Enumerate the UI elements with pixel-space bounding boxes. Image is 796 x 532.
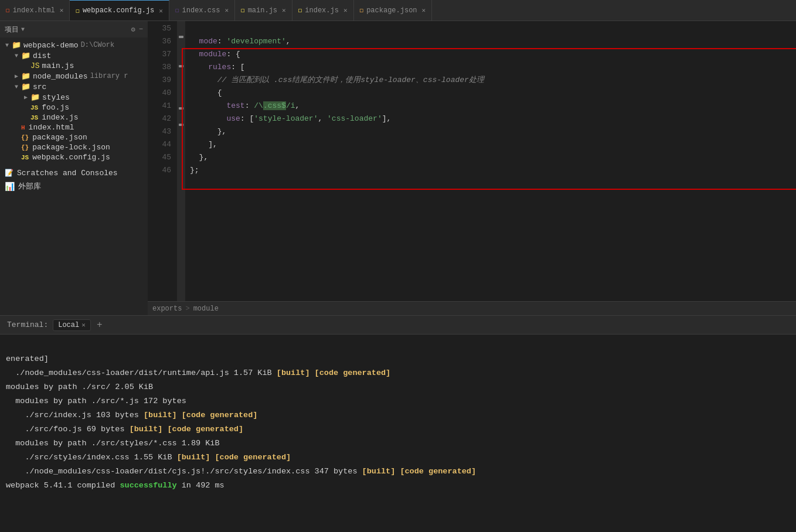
tree-label-node-modules: node_modules <box>33 72 88 81</box>
scratches-icon: 📝 <box>5 169 13 178</box>
breadcrumb-module[interactable]: module <box>193 305 219 313</box>
json-lock-file-icon-tree: {} <box>21 144 29 151</box>
js-file-icon-2: ◻ <box>241 6 245 14</box>
tree-label-src-index-js: index.js <box>42 113 78 122</box>
line-numbers: 35 36 37 38 39 40 41 42 43 44 45 46 <box>148 21 177 301</box>
sidebar-header-left: 项目 ▼ <box>5 25 25 35</box>
html-file-icon-tree: H <box>21 124 25 131</box>
terminal-area: Terminal: Local ✕ + enerated] ./node_mod… <box>0 315 796 532</box>
tab-close-package-json[interactable]: ✕ <box>422 6 426 14</box>
tab-index-css[interactable]: ◻ index.css ✕ <box>169 0 235 21</box>
tree-label-dist-main-js: main.js <box>42 62 74 70</box>
tab-close-index-html[interactable]: ✕ <box>60 6 64 14</box>
sidebar-header-icons: ⚙ − <box>131 25 143 34</box>
tab-close-webpack-config-js[interactable]: ✕ <box>159 7 163 15</box>
main-area: 项目 ▼ ⚙ − ▼ 📁 webpack-demo D:\CWork ▼ 📁 <box>0 21 796 315</box>
gutter-marker-43 <box>179 107 183 110</box>
tree-secondary-webpack-demo: D:\CWork <box>81 41 115 49</box>
html-file-icon: ◻ <box>6 6 10 14</box>
tree-label-index-html: index.html <box>29 123 74 132</box>
folder-icon-src: 📁 <box>21 82 30 91</box>
tab-label-index-css: index.css <box>182 6 220 15</box>
breadcrumb-exports[interactable]: exports <box>152 305 182 313</box>
gear-icon[interactable]: ⚙ <box>131 25 135 34</box>
terminal-tabs: Terminal: Local ✕ + <box>0 316 796 335</box>
js-file-icon-src-index: JS <box>30 114 38 121</box>
terminal-tab-local-label: Local <box>58 321 79 329</box>
folder-icon-webpack-demo: 📁 <box>12 40 21 50</box>
tab-label-main-js: main.js <box>248 6 277 15</box>
gutter-marker-39 <box>179 65 183 67</box>
tree-label-webpack-config-js: webpack.config.js <box>32 153 110 162</box>
ext-lib-label: 外部库 <box>18 181 41 192</box>
tree-item-webpack-demo[interactable]: ▼ 📁 webpack-demo D:\CWork <box>0 40 148 50</box>
project-label: 项目 <box>5 25 19 35</box>
terminal-label: Terminal: <box>5 320 50 329</box>
tree-item-src[interactable]: ▼ 📁 src <box>0 81 148 92</box>
scratches-label: Scratches and Consoles <box>17 169 118 178</box>
tree-item-dist-main-js[interactable]: JS main.js <box>0 61 148 71</box>
project-dropdown-icon[interactable]: ▼ <box>21 26 25 33</box>
editor-area: 35 36 37 38 39 40 41 42 43 44 45 46 <box>148 21 796 315</box>
breadcrumb-separator: > <box>185 305 189 313</box>
tree-arrow-src: ▼ <box>12 84 21 90</box>
tree-label-src: src <box>33 83 46 91</box>
tree-label-webpack-demo: webpack-demo <box>23 41 79 50</box>
terminal-add-button[interactable]: + <box>93 319 106 332</box>
tab-index-html[interactable]: ◻ index.html ✕ <box>0 0 70 21</box>
js-file-icon-foo: JS <box>30 104 38 111</box>
gutter-marker-45 <box>179 124 183 126</box>
tree-item-webpack-config-js[interactable]: JS webpack.config.js <box>0 152 148 162</box>
code-container[interactable]: 35 36 37 38 39 40 41 42 43 44 45 46 <box>148 21 796 301</box>
tree-item-index-html[interactable]: H index.html <box>0 122 148 132</box>
tree-item-package-lock-json[interactable]: {} package-lock.json <box>0 142 148 152</box>
tab-webpack-config-js[interactable]: ◻ webpack.config.js ✕ <box>70 0 169 21</box>
tab-label-package-json: package.json <box>366 6 417 15</box>
tab-label-index-html: index.html <box>13 6 55 15</box>
minus-icon[interactable]: − <box>139 25 143 33</box>
folder-icon-node-modules: 📁 <box>21 71 30 81</box>
terminal-output[interactable]: enerated] ./node_modules/css-loader/dist… <box>0 335 796 532</box>
sidebar: 项目 ▼ ⚙ − ▼ 📁 webpack-demo D:\CWork ▼ 📁 <box>0 21 148 315</box>
js-file-icon-webpack-config: JS <box>21 154 29 161</box>
tree-label-dist: dist <box>33 52 51 60</box>
gutter-marker-36 <box>179 36 183 38</box>
sidebar-item-ext-lib[interactable]: 📊 外部库 <box>0 179 148 193</box>
tree-label-package-lock-json: package-lock.json <box>32 143 110 152</box>
tree-item-src-index-js[interactable]: JS index.js <box>0 112 148 122</box>
json-file-icon-tree: {} <box>21 134 29 141</box>
sidebar-item-scratches[interactable]: 📝 Scratches and Consoles <box>0 167 148 179</box>
sidebar-header: 项目 ▼ ⚙ − <box>0 21 148 37</box>
tree-item-node-modules[interactable]: ▶ 📁 node_modules library r <box>0 71 148 81</box>
tree-arrow-styles: ▶ <box>21 94 30 101</box>
tree-arrow-webpack-demo: ▼ <box>2 42 12 49</box>
tab-close-index-css[interactable]: ✕ <box>224 6 229 14</box>
tree-item-styles[interactable]: ▶ 📁 styles <box>0 92 148 103</box>
terminal-tab-local[interactable]: Local ✕ <box>53 319 91 331</box>
terminal-tab-close-icon[interactable]: ✕ <box>81 321 86 329</box>
tree-arrow-dist: ▼ <box>12 53 21 59</box>
tab-close-index-js[interactable]: ✕ <box>343 6 348 14</box>
tab-index-js[interactable]: ◻ index.js ✕ <box>292 0 354 21</box>
ext-lib-icon: 📊 <box>5 182 15 192</box>
tree-secondary-node-modules: library r <box>90 72 128 80</box>
js-file-icon-3: ◻ <box>298 6 302 14</box>
tree-arrow-node-modules: ▶ <box>12 73 21 80</box>
tab-label-index-js: index.js <box>305 6 339 15</box>
tree-label-package-json: package.json <box>32 133 87 142</box>
tab-package-json[interactable]: ◻ package.json ✕ <box>354 0 433 21</box>
tab-main-js[interactable]: ◻ main.js ✕ <box>235 0 292 21</box>
tab-close-main-js[interactable]: ✕ <box>282 6 286 14</box>
tab-bar: ◻ index.html ✕ ◻ webpack.config.js ✕ ◻ i… <box>0 0 796 21</box>
js-file-icon: ◻ <box>76 7 80 15</box>
sidebar-tree: ▼ 📁 webpack-demo D:\CWork ▼ 📁 dist JS ma… <box>0 37 148 315</box>
js-file-icon-dist-main: JS <box>30 62 40 70</box>
tree-label-foo-js: foo.js <box>42 103 69 112</box>
tab-label-webpack-config-js: webpack.config.js <box>83 6 154 15</box>
tree-item-foo-js[interactable]: JS foo.js <box>0 103 148 112</box>
code-content[interactable]: mode: 'development', module: { rules: [ … <box>185 21 796 301</box>
tree-item-package-json[interactable]: {} package.json <box>0 132 148 142</box>
tree-item-dist[interactable]: ▼ 📁 dist <box>0 50 148 61</box>
json-file-icon: ◻ <box>360 6 364 14</box>
gutter <box>177 21 185 301</box>
